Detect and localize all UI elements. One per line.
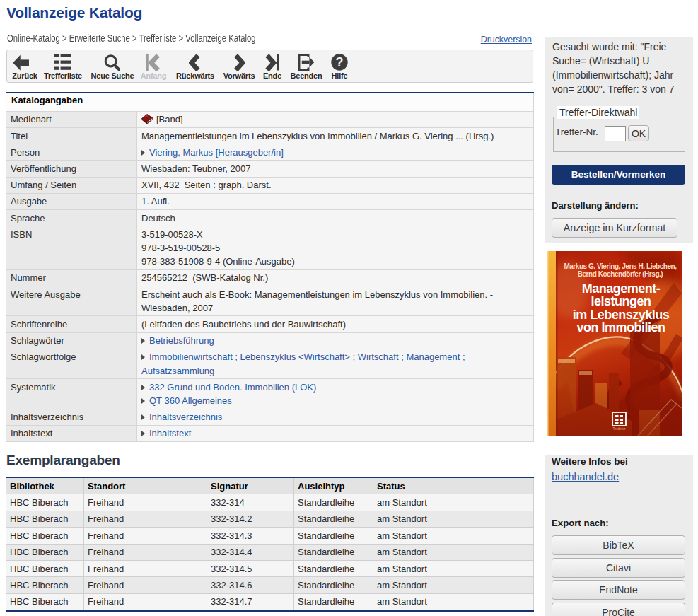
- svg-text:Management-: Management-: [582, 281, 661, 296]
- svg-text:von Immobilien: von Immobilien: [576, 320, 665, 335]
- svg-text:Teubner: Teubner: [612, 426, 625, 431]
- svg-text:?: ?: [336, 55, 344, 69]
- svg-text:leistungen: leistungen: [591, 294, 651, 308]
- svg-text:Markus G. Viering, Jens H. Lie: Markus G. Viering, Jens H. Liebchen,: [564, 262, 677, 270]
- svg-text:im Lebenszyklus: im Lebenszyklus: [573, 308, 670, 322]
- svg-text:Bernd Kochendörfer (Hrsg.): Bernd Kochendörfer (Hrsg.): [578, 270, 663, 278]
